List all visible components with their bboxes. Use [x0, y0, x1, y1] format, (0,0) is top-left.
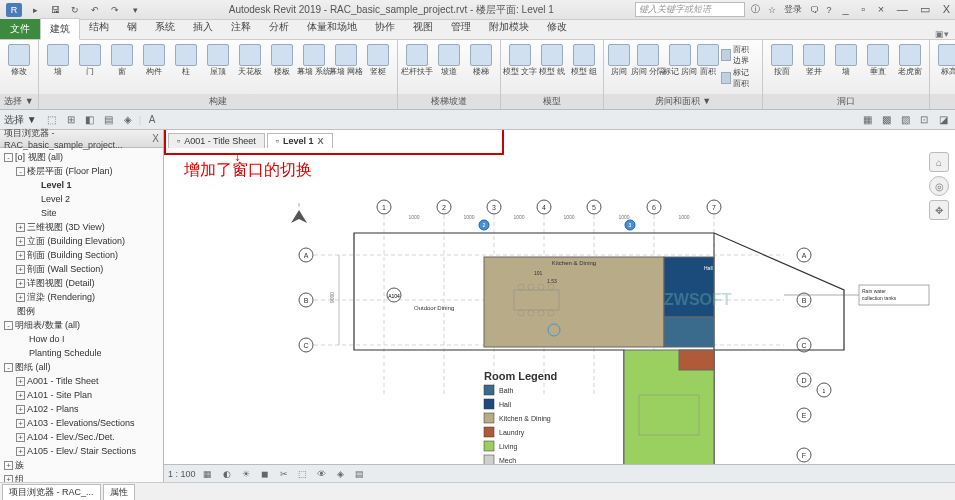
ribbon-button[interactable]: 幕墙 网格 — [331, 42, 361, 76]
ribbon-stack-button[interactable]: 面积 边界 — [721, 44, 758, 66]
tree-node[interactable]: +剖面 (Building Section) — [0, 248, 163, 262]
expand-icon[interactable]: + — [16, 251, 25, 260]
tree-node[interactable]: +三维视图 (3D View) — [0, 220, 163, 234]
collapse-icon[interactable]: - — [16, 167, 25, 176]
doc-min-button[interactable]: _ — [838, 3, 854, 15]
tree-node[interactable]: +A101 - Site Plan — [0, 388, 163, 402]
opt-icon[interactable]: ⊞ — [63, 112, 79, 128]
star-icon[interactable]: ☆ — [768, 5, 776, 15]
collapse-icon[interactable]: - — [4, 321, 13, 330]
ribbon-tab[interactable]: 附加模块 — [480, 17, 538, 39]
tree-node[interactable]: Site — [0, 206, 163, 220]
tree-node[interactable]: -[o] 视图 (all) — [0, 150, 163, 164]
nav-wheel-icon[interactable]: ◎ — [929, 176, 949, 196]
ribbon-tab[interactable]: 建筑 — [40, 18, 80, 40]
visual-style-icon[interactable]: ◐ — [220, 467, 234, 481]
ribbon-button[interactable]: 标高 — [934, 42, 955, 76]
expand-icon[interactable]: + — [16, 223, 25, 232]
expand-icon[interactable]: + — [16, 419, 25, 428]
ribbon-button[interactable]: 窗 — [107, 42, 137, 76]
ribbon-tab[interactable]: 系统 — [146, 17, 184, 39]
browser-tree[interactable]: -[o] 视图 (all)-楼层平面 (Floor Plan)Level 1Le… — [0, 148, 163, 482]
crop-icon[interactable]: ✂ — [277, 467, 291, 481]
collapse-icon[interactable]: - — [4, 153, 13, 162]
tree-node[interactable]: Planting Schedule — [0, 346, 163, 360]
info-icon[interactable]: ⓘ — [751, 3, 760, 16]
max-button[interactable]: ▭ — [915, 3, 935, 15]
document-tab[interactable]: ▫Level 1X — [267, 133, 333, 148]
detail-level-icon[interactable]: ▦ — [201, 467, 215, 481]
ribbon-tab[interactable]: 管理 — [442, 17, 480, 39]
ribbon-button[interactable]: 标记 房间 — [665, 42, 695, 76]
ribbon-button[interactable]: 垂直 — [863, 42, 893, 76]
tree-node[interactable]: -楼层平面 (Floor Plan) — [0, 164, 163, 178]
ribbon-button[interactable]: 天花板 — [235, 42, 265, 76]
ribbon-button[interactable]: 楼板 — [267, 42, 297, 76]
ribbon-button[interactable]: 屋顶 — [203, 42, 233, 76]
expand-icon[interactable]: + — [16, 293, 25, 302]
opt-icon[interactable]: ◈ — [120, 112, 136, 128]
opt-icon[interactable]: A — [144, 112, 160, 128]
opt-icon[interactable]: ◪ — [935, 112, 951, 128]
ribbon-button[interactable]: 模型 线 — [537, 42, 567, 76]
drawing-canvas[interactable]: ▫A001 - Title Sheet▫Level 1X ↓ 增加了窗口的切换 … — [164, 130, 955, 482]
tree-node[interactable]: +族 — [0, 458, 163, 472]
tree-node[interactable]: +渲染 (Rendering) — [0, 290, 163, 304]
ribbon-tab[interactable]: 协作 — [366, 17, 404, 39]
expand-icon[interactable]: + — [16, 237, 25, 246]
doc-max-button[interactable]: ▫ — [856, 3, 870, 15]
document-tab[interactable]: ▫A001 - Title Sheet — [168, 133, 265, 148]
tab-close-icon[interactable]: X — [317, 136, 323, 146]
tree-node[interactable]: +组 — [0, 472, 163, 482]
expand-icon[interactable]: + — [16, 265, 25, 274]
qat-more-icon[interactable]: ▾ — [128, 3, 142, 17]
status-tab[interactable]: 属性 — [103, 484, 135, 500]
ribbon-button[interactable]: 修改 — [4, 42, 34, 76]
reveal-icon[interactable]: ◈ — [334, 467, 348, 481]
ribbon-button[interactable]: 幕墙 系统 — [299, 42, 329, 76]
expand-icon[interactable]: + — [16, 377, 25, 386]
ribbon-button[interactable]: 按面 — [767, 42, 797, 76]
ribbon-button[interactable]: 竖梃 — [363, 42, 393, 76]
tree-node[interactable]: +A104 - Elev./Sec./Det. — [0, 430, 163, 444]
login-button[interactable]: 登录 — [784, 3, 802, 16]
file-tab[interactable]: 文件 — [0, 19, 40, 39]
ribbon-button[interactable]: 模型 文字 — [505, 42, 535, 76]
tree-node[interactable]: Level 1 — [0, 178, 163, 192]
expand-icon[interactable]: + — [16, 391, 25, 400]
doc-close-button[interactable]: × — [873, 3, 889, 15]
save-icon[interactable]: 🖫 — [48, 3, 62, 17]
crop-region-icon[interactable]: ⬚ — [296, 467, 310, 481]
ribbon-tab[interactable]: 注释 — [222, 17, 260, 39]
app-icon[interactable]: R — [6, 3, 22, 17]
sun-path-icon[interactable]: ☀ — [239, 467, 253, 481]
collapse-icon[interactable]: - — [4, 363, 13, 372]
ribbon-tab[interactable]: 分析 — [260, 17, 298, 39]
ribbon-tab[interactable]: 修改 — [538, 17, 576, 39]
ribbon-expand-icon[interactable]: ▣▾ — [929, 29, 955, 39]
search-box[interactable]: 键入关键字或短语 — [635, 2, 745, 17]
ribbon-stack-button[interactable]: 标记 面积 — [721, 67, 758, 89]
redo-icon[interactable]: ↷ — [108, 3, 122, 17]
close-button[interactable]: X — [938, 3, 955, 15]
expand-icon[interactable]: + — [16, 447, 25, 456]
tree-node[interactable]: +A001 - Title Sheet — [0, 374, 163, 388]
opt-icon[interactable]: ⊡ — [916, 112, 932, 128]
tree-node[interactable]: 图例 — [0, 304, 163, 318]
min-button[interactable]: — — [892, 3, 913, 15]
tree-node[interactable]: +A102 - Plans — [0, 402, 163, 416]
expand-icon[interactable]: + — [16, 279, 25, 288]
opt-icon[interactable]: ▤ — [101, 112, 117, 128]
ribbon-tab[interactable]: 视图 — [404, 17, 442, 39]
tree-node[interactable]: +详图视图 (Detail) — [0, 276, 163, 290]
ribbon-button[interactable]: 坡道 — [434, 42, 464, 76]
ribbon-button[interactable]: 老虎窗 — [895, 42, 925, 76]
tree-node[interactable]: +A103 - Elevations/Sections — [0, 416, 163, 430]
opt-icon[interactable]: ◧ — [82, 112, 98, 128]
tree-node[interactable]: -明细表/数量 (all) — [0, 318, 163, 332]
ribbon-button[interactable]: 墙 — [43, 42, 73, 76]
tree-node[interactable]: +剖面 (Wall Section) — [0, 262, 163, 276]
ribbon-button[interactable]: 构件 — [139, 42, 169, 76]
ribbon-tab[interactable]: 结构 — [80, 17, 118, 39]
ribbon-button[interactable]: 竖井 — [799, 42, 829, 76]
